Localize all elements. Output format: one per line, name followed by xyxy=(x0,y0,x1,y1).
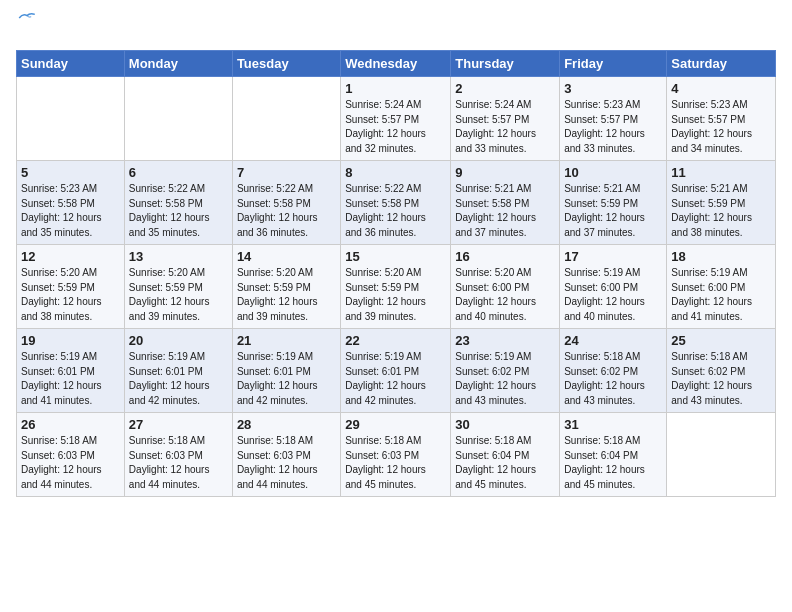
calendar-week-row: 19Sunrise: 5:19 AM Sunset: 6:01 PM Dayli… xyxy=(17,329,776,413)
day-info: Sunrise: 5:23 AM Sunset: 5:57 PM Dayligh… xyxy=(564,98,662,156)
day-info: Sunrise: 5:23 AM Sunset: 5:57 PM Dayligh… xyxy=(671,98,771,156)
day-info: Sunrise: 5:20 AM Sunset: 5:59 PM Dayligh… xyxy=(21,266,120,324)
day-info: Sunrise: 5:24 AM Sunset: 5:57 PM Dayligh… xyxy=(345,98,446,156)
day-info: Sunrise: 5:18 AM Sunset: 6:03 PM Dayligh… xyxy=(237,434,336,492)
calendar-week-row: 26Sunrise: 5:18 AM Sunset: 6:03 PM Dayli… xyxy=(17,413,776,497)
calendar-table: SundayMondayTuesdayWednesdayThursdayFrid… xyxy=(16,50,776,497)
day-number: 28 xyxy=(237,417,336,432)
calendar-cell: 19Sunrise: 5:19 AM Sunset: 6:01 PM Dayli… xyxy=(17,329,125,413)
calendar-cell: 8Sunrise: 5:22 AM Sunset: 5:58 PM Daylig… xyxy=(341,161,451,245)
day-info: Sunrise: 5:18 AM Sunset: 6:03 PM Dayligh… xyxy=(129,434,228,492)
logo-bird-icon xyxy=(18,11,36,25)
calendar-cell: 14Sunrise: 5:20 AM Sunset: 5:59 PM Dayli… xyxy=(232,245,340,329)
calendar-cell: 18Sunrise: 5:19 AM Sunset: 6:00 PM Dayli… xyxy=(667,245,776,329)
calendar-cell: 21Sunrise: 5:19 AM Sunset: 6:01 PM Dayli… xyxy=(232,329,340,413)
day-number: 31 xyxy=(564,417,662,432)
day-number: 10 xyxy=(564,165,662,180)
day-number: 18 xyxy=(671,249,771,264)
day-number: 13 xyxy=(129,249,228,264)
day-info: Sunrise: 5:18 AM Sunset: 6:02 PM Dayligh… xyxy=(671,350,771,408)
day-info: Sunrise: 5:21 AM Sunset: 5:59 PM Dayligh… xyxy=(671,182,771,240)
calendar-cell: 12Sunrise: 5:20 AM Sunset: 5:59 PM Dayli… xyxy=(17,245,125,329)
day-number: 9 xyxy=(455,165,555,180)
day-info: Sunrise: 5:20 AM Sunset: 6:00 PM Dayligh… xyxy=(455,266,555,324)
day-info: Sunrise: 5:19 AM Sunset: 6:02 PM Dayligh… xyxy=(455,350,555,408)
day-number: 30 xyxy=(455,417,555,432)
day-info: Sunrise: 5:24 AM Sunset: 5:57 PM Dayligh… xyxy=(455,98,555,156)
calendar-cell: 7Sunrise: 5:22 AM Sunset: 5:58 PM Daylig… xyxy=(232,161,340,245)
day-info: Sunrise: 5:19 AM Sunset: 6:00 PM Dayligh… xyxy=(564,266,662,324)
day-number: 27 xyxy=(129,417,228,432)
day-info: Sunrise: 5:22 AM Sunset: 5:58 PM Dayligh… xyxy=(237,182,336,240)
day-info: Sunrise: 5:20 AM Sunset: 5:59 PM Dayligh… xyxy=(237,266,336,324)
weekday-header: Monday xyxy=(124,51,232,77)
day-number: 16 xyxy=(455,249,555,264)
day-number: 29 xyxy=(345,417,446,432)
weekday-header: Tuesday xyxy=(232,51,340,77)
calendar-cell xyxy=(17,77,125,161)
weekday-header: Friday xyxy=(560,51,667,77)
calendar-cell: 23Sunrise: 5:19 AM Sunset: 6:02 PM Dayli… xyxy=(451,329,560,413)
day-number: 6 xyxy=(129,165,228,180)
weekday-header: Wednesday xyxy=(341,51,451,77)
calendar-cell: 25Sunrise: 5:18 AM Sunset: 6:02 PM Dayli… xyxy=(667,329,776,413)
calendar-cell: 2Sunrise: 5:24 AM Sunset: 5:57 PM Daylig… xyxy=(451,77,560,161)
calendar-cell: 5Sunrise: 5:23 AM Sunset: 5:58 PM Daylig… xyxy=(17,161,125,245)
day-number: 17 xyxy=(564,249,662,264)
day-info: Sunrise: 5:18 AM Sunset: 6:02 PM Dayligh… xyxy=(564,350,662,408)
day-number: 2 xyxy=(455,81,555,96)
day-info: Sunrise: 5:19 AM Sunset: 6:01 PM Dayligh… xyxy=(129,350,228,408)
weekday-header: Sunday xyxy=(17,51,125,77)
day-info: Sunrise: 5:18 AM Sunset: 6:03 PM Dayligh… xyxy=(21,434,120,492)
day-number: 25 xyxy=(671,333,771,348)
calendar-week-row: 5Sunrise: 5:23 AM Sunset: 5:58 PM Daylig… xyxy=(17,161,776,245)
day-number: 20 xyxy=(129,333,228,348)
day-info: Sunrise: 5:22 AM Sunset: 5:58 PM Dayligh… xyxy=(129,182,228,240)
calendar-cell: 1Sunrise: 5:24 AM Sunset: 5:57 PM Daylig… xyxy=(341,77,451,161)
calendar-cell: 30Sunrise: 5:18 AM Sunset: 6:04 PM Dayli… xyxy=(451,413,560,497)
day-number: 7 xyxy=(237,165,336,180)
day-number: 12 xyxy=(21,249,120,264)
day-number: 24 xyxy=(564,333,662,348)
calendar-cell: 17Sunrise: 5:19 AM Sunset: 6:00 PM Dayli… xyxy=(560,245,667,329)
calendar-cell: 11Sunrise: 5:21 AM Sunset: 5:59 PM Dayli… xyxy=(667,161,776,245)
calendar-cell: 16Sunrise: 5:20 AM Sunset: 6:00 PM Dayli… xyxy=(451,245,560,329)
day-info: Sunrise: 5:20 AM Sunset: 5:59 PM Dayligh… xyxy=(129,266,228,324)
day-number: 14 xyxy=(237,249,336,264)
calendar-cell: 3Sunrise: 5:23 AM Sunset: 5:57 PM Daylig… xyxy=(560,77,667,161)
day-info: Sunrise: 5:19 AM Sunset: 6:01 PM Dayligh… xyxy=(345,350,446,408)
day-info: Sunrise: 5:20 AM Sunset: 5:59 PM Dayligh… xyxy=(345,266,446,324)
calendar-cell xyxy=(232,77,340,161)
day-info: Sunrise: 5:18 AM Sunset: 6:04 PM Dayligh… xyxy=(564,434,662,492)
day-info: Sunrise: 5:18 AM Sunset: 6:04 PM Dayligh… xyxy=(455,434,555,492)
weekday-header-row: SundayMondayTuesdayWednesdayThursdayFrid… xyxy=(17,51,776,77)
day-info: Sunrise: 5:19 AM Sunset: 6:00 PM Dayligh… xyxy=(671,266,771,324)
calendar-cell: 22Sunrise: 5:19 AM Sunset: 6:01 PM Dayli… xyxy=(341,329,451,413)
logo xyxy=(16,16,36,38)
calendar-cell: 10Sunrise: 5:21 AM Sunset: 5:59 PM Dayli… xyxy=(560,161,667,245)
weekday-header: Thursday xyxy=(451,51,560,77)
day-info: Sunrise: 5:21 AM Sunset: 5:59 PM Dayligh… xyxy=(564,182,662,240)
day-number: 19 xyxy=(21,333,120,348)
day-info: Sunrise: 5:19 AM Sunset: 6:01 PM Dayligh… xyxy=(237,350,336,408)
day-number: 3 xyxy=(564,81,662,96)
calendar-cell: 29Sunrise: 5:18 AM Sunset: 6:03 PM Dayli… xyxy=(341,413,451,497)
day-number: 8 xyxy=(345,165,446,180)
day-number: 26 xyxy=(21,417,120,432)
page-header xyxy=(16,16,776,38)
day-number: 15 xyxy=(345,249,446,264)
calendar-cell: 28Sunrise: 5:18 AM Sunset: 6:03 PM Dayli… xyxy=(232,413,340,497)
weekday-header: Saturday xyxy=(667,51,776,77)
day-info: Sunrise: 5:23 AM Sunset: 5:58 PM Dayligh… xyxy=(21,182,120,240)
day-info: Sunrise: 5:19 AM Sunset: 6:01 PM Dayligh… xyxy=(21,350,120,408)
day-number: 23 xyxy=(455,333,555,348)
day-number: 1 xyxy=(345,81,446,96)
calendar-cell: 13Sunrise: 5:20 AM Sunset: 5:59 PM Dayli… xyxy=(124,245,232,329)
day-number: 4 xyxy=(671,81,771,96)
calendar-cell: 27Sunrise: 5:18 AM Sunset: 6:03 PM Dayli… xyxy=(124,413,232,497)
day-info: Sunrise: 5:18 AM Sunset: 6:03 PM Dayligh… xyxy=(345,434,446,492)
day-info: Sunrise: 5:22 AM Sunset: 5:58 PM Dayligh… xyxy=(345,182,446,240)
calendar-cell: 26Sunrise: 5:18 AM Sunset: 6:03 PM Dayli… xyxy=(17,413,125,497)
day-info: Sunrise: 5:21 AM Sunset: 5:58 PM Dayligh… xyxy=(455,182,555,240)
day-number: 21 xyxy=(237,333,336,348)
